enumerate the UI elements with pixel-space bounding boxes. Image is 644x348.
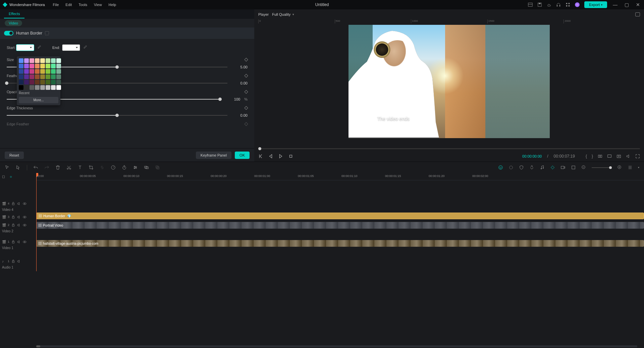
preview-canvas[interactable]: The video ends [348,25,550,138]
play-backward-icon[interactable] [268,154,273,159]
snapshot-icon[interactable] [616,154,621,159]
effect-toggle[interactable] [4,31,13,36]
cut-icon[interactable] [66,165,71,170]
prev-frame-icon[interactable] [258,154,263,159]
link-tracks-icon[interactable] [9,175,13,179]
cursor-tool-icon[interactable] [5,165,10,170]
menu-edit[interactable]: Edit [65,3,72,7]
color-swatch[interactable] [24,64,29,68]
color-swatch[interactable] [19,85,23,90]
track-video-4[interactable] [36,199,644,206]
zoom-slider[interactable] [592,167,612,168]
keyframe-diamond-icon[interactable] [244,74,248,77]
color-swatch[interactable] [19,74,23,79]
param-value[interactable]: 0.00 [231,81,248,85]
visibility-icon[interactable] [23,240,26,244]
select-tool-icon[interactable] [16,165,21,170]
color-swatch[interactable] [35,80,40,84]
start-color-picker[interactable] [16,44,34,51]
menu-file[interactable]: File [53,3,59,7]
eyedropper-end-icon[interactable] [83,45,88,50]
color-swatch[interactable] [51,64,56,68]
scrubber[interactable] [254,146,644,151]
close-button[interactable]: ✕ [635,2,641,7]
reset-button[interactable]: Reset [5,152,24,159]
color-swatch[interactable] [56,85,61,90]
track-video-1[interactable]: hallstatt-village-austria-picjumbo-com [36,240,644,247]
record-icon[interactable] [560,165,566,170]
color-swatch[interactable] [35,64,40,68]
volume-icon[interactable] [626,154,631,159]
color-swatch[interactable] [46,85,50,90]
video-subtab[interactable]: Video [5,20,22,26]
cloud-icon[interactable] [547,2,551,7]
apps-icon[interactable] [566,2,570,7]
copy-icon[interactable] [155,165,160,170]
color-swatch[interactable] [35,85,40,90]
user-avatar-icon[interactable] [575,2,580,7]
track-video-2[interactable]: Portrait Video [36,222,644,229]
color-swatch[interactable] [19,80,23,84]
fullscreen-icon[interactable] [635,154,640,159]
zoom-in-icon[interactable] [617,165,622,170]
undo-icon[interactable] [33,165,38,170]
maximize-button[interactable]: ▢ [623,2,630,7]
color-swatch[interactable] [56,64,61,68]
color-swatch[interactable] [51,69,56,74]
color-swatch[interactable] [40,74,45,79]
stop-icon[interactable] [288,154,293,159]
mark-out-icon[interactable]: } [592,154,593,159]
color-swatch[interactable] [40,64,45,68]
color-swatch[interactable] [30,69,34,74]
track-options-icon[interactable] [2,175,6,179]
time-ruler[interactable]: 00:0000:00:00:0500:00:00:1000:00:00:1500… [36,173,644,180]
layout-icon[interactable] [528,2,533,7]
color-swatch[interactable] [56,58,61,63]
effects-tab[interactable]: Effects [4,10,24,18]
color-swatch[interactable] [40,85,45,90]
color-swatch[interactable] [46,80,50,84]
color-swatch[interactable] [35,58,40,63]
lock-icon[interactable] [11,202,15,206]
color-swatch[interactable] [40,58,45,63]
speed-icon[interactable] [111,165,116,170]
color-swatch[interactable] [19,69,23,74]
clip-human-border[interactable]: Human Border 💎 [36,213,644,219]
ai-face-icon[interactable] [498,165,503,170]
color-swatch[interactable] [24,69,29,74]
capture-icon[interactable] [635,12,640,16]
color-swatch[interactable] [30,80,34,84]
color-swatch[interactable] [35,69,40,74]
color-swatch[interactable] [24,58,29,63]
color-swatch[interactable] [56,69,61,74]
timer-icon[interactable] [122,165,127,170]
mute-icon[interactable] [17,223,21,227]
color-swatch[interactable] [51,74,56,79]
color-swatch[interactable] [46,64,50,68]
color-swatch[interactable] [46,58,50,63]
headphones-icon[interactable] [556,2,561,7]
param-value[interactable]: 100 [224,97,240,101]
color-swatch[interactable] [30,74,34,79]
delete-icon[interactable] [55,165,60,170]
visibility-icon[interactable] [23,223,26,227]
mute-icon[interactable] [17,215,21,219]
more-colors-button[interactable]: More... [19,97,58,103]
color-swatch[interactable] [30,58,34,63]
color-swatch[interactable] [46,74,50,79]
clip-portrait-video[interactable]: Portrait Video [36,222,644,229]
menu-tools[interactable]: Tools [78,3,87,7]
visibility-icon[interactable] [23,202,26,206]
lock-icon[interactable] [11,223,15,227]
mark-in-icon[interactable]: { [586,154,587,159]
color-swatch[interactable] [30,64,34,68]
eyedropper-start-icon[interactable] [37,45,42,50]
color-icon[interactable] [508,165,514,170]
player-tab[interactable]: Player [258,12,269,16]
color-swatch[interactable] [19,64,23,68]
color-swatch[interactable] [51,80,56,84]
param-value[interactable]: 5.00 [231,65,248,69]
play-icon[interactable] [278,154,283,159]
track-video-3[interactable]: Human Border 💎 [36,213,644,219]
menu-help[interactable]: Help [109,3,116,7]
